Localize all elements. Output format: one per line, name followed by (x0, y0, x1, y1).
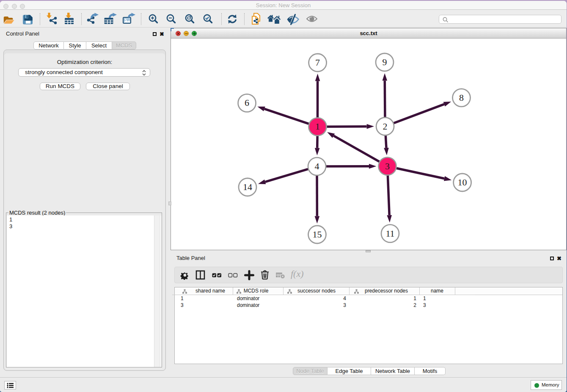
svg-text:7: 7 (315, 57, 320, 68)
svg-text:8: 8 (459, 92, 464, 103)
svg-text:14: 14 (243, 182, 252, 192)
svg-text:6: 6 (245, 97, 249, 108)
svg-text:3: 3 (385, 161, 390, 171)
svg-text:9: 9 (383, 57, 387, 67)
svg-text:10: 10 (458, 177, 467, 188)
svg-text:11: 11 (385, 228, 394, 239)
svg-text:4: 4 (315, 161, 319, 171)
svg-text:15: 15 (313, 229, 322, 240)
svg-text:2: 2 (383, 121, 388, 132)
svg-text:1: 1 (315, 121, 320, 132)
